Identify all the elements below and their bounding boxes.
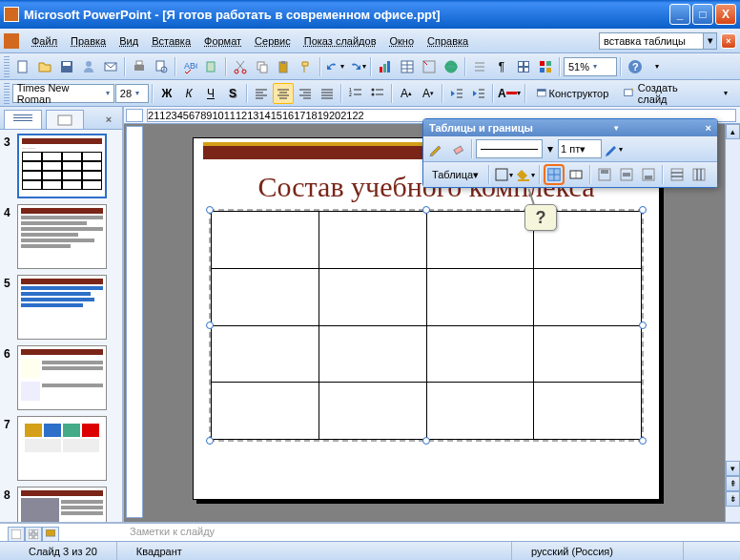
toolbar-options[interactable]: ▾ — [647, 56, 668, 77]
font-combo[interactable]: Times New Roman▾ — [12, 84, 114, 103]
bullets-button[interactable] — [367, 83, 388, 104]
scroll-down-button[interactable]: ▾ — [726, 461, 740, 476]
thumbnail-4[interactable]: 4 — [4, 204, 118, 269]
merge-cells-button[interactable] — [544, 164, 565, 185]
pane-close-button[interactable]: × — [99, 110, 118, 129]
border-style-combo[interactable] — [476, 139, 543, 158]
decrease-font-button[interactable]: A▾ — [418, 83, 439, 104]
menu-window[interactable]: Окно — [383, 32, 421, 50]
menu-file[interactable]: Файл — [25, 32, 64, 50]
menu-help[interactable]: Справка — [421, 32, 475, 50]
thumbnail-7[interactable]: 7 — [4, 416, 118, 481]
slide-table[interactable] — [211, 211, 642, 440]
insert-hyperlink-button[interactable] — [441, 56, 462, 77]
tables-borders-toolbar[interactable]: Таблицы и границы ▼ × ▾ 1 пт▾ ▾ Таблица … — [422, 118, 718, 188]
help-button[interactable]: ? — [625, 56, 646, 77]
increase-font-button[interactable]: A▴ — [396, 83, 417, 104]
email-button[interactable] — [100, 56, 121, 77]
vertical-scrollbar[interactable]: ▴ ▾ ⇞ ⇟ — [725, 124, 740, 522]
tables-borders-button[interactable] — [419, 56, 440, 77]
fill-color-button[interactable]: ▾ — [515, 164, 536, 185]
thumbnail-5[interactable]: 5 — [4, 275, 118, 340]
underline-button[interactable]: Ч — [200, 83, 221, 104]
thumbnail-3[interactable]: 3············· — [4, 134, 118, 198]
maximize-button[interactable]: □ — [692, 4, 713, 25]
italic-button[interactable]: К — [178, 83, 199, 104]
border-style-dropdown[interactable]: ▾ — [544, 138, 557, 159]
draw-table-button[interactable] — [425, 138, 446, 159]
design-button[interactable]: Конструктор — [529, 83, 615, 104]
distribute-cols-button[interactable] — [689, 164, 709, 185]
permission-button[interactable] — [78, 56, 99, 77]
decrease-indent-button[interactable] — [446, 83, 467, 104]
floatbar-close-button[interactable]: × — [706, 122, 711, 134]
help-search-dropdown[interactable]: ▾ — [704, 32, 717, 50]
menu-format[interactable]: Формат — [197, 32, 248, 50]
toolbar-options[interactable]: ▾ — [715, 83, 736, 104]
expand-all-button[interactable] — [469, 56, 490, 77]
align-left-button[interactable] — [251, 83, 272, 104]
help-search-box[interactable] — [599, 32, 704, 50]
numbering-button[interactable]: 12 — [345, 83, 366, 104]
paste-button[interactable] — [274, 56, 295, 77]
menu-tools[interactable]: Сервис — [248, 32, 298, 50]
menu-slideshow[interactable]: Показ слайдов — [298, 32, 383, 50]
toolbar-grip[interactable] — [4, 56, 10, 77]
eraser-button[interactable] — [447, 138, 468, 159]
show-formatting-button[interactable]: ¶ — [491, 56, 512, 77]
undo-button[interactable]: ▾ — [324, 56, 345, 77]
format-painter-button[interactable] — [296, 56, 317, 77]
shadow-button[interactable]: S — [222, 83, 243, 104]
toolbar-grip[interactable] — [4, 83, 10, 104]
border-width-combo[interactable]: 1 пт▾ — [558, 139, 602, 158]
close-button[interactable]: X — [715, 4, 736, 25]
spelling-button[interactable]: ABC — [179, 56, 200, 77]
save-button[interactable] — [56, 56, 77, 77]
thumbnail-6[interactable]: 6 — [4, 345, 118, 410]
floatbar-header[interactable]: Таблицы и границы ▼ × — [423, 119, 717, 136]
table-menu-button[interactable]: Таблица ▾ — [425, 164, 485, 185]
floatbar-options[interactable]: ▼ — [612, 124, 620, 133]
align-right-button[interactable] — [295, 83, 316, 104]
thumbnail-8[interactable]: 8 — [4, 487, 118, 522]
outside-borders-button[interactable]: ▾ — [493, 164, 514, 185]
cut-button[interactable] — [230, 56, 251, 77]
outline-tab[interactable] — [4, 110, 42, 129]
new-slide-button[interactable]: Создать слайд — [616, 83, 714, 104]
doc-close-button[interactable]: × — [721, 33, 736, 49]
split-cell-button[interactable] — [565, 164, 586, 185]
research-button[interactable] — [201, 56, 222, 77]
increase-indent-button[interactable] — [468, 83, 489, 104]
insert-chart-button[interactable] — [375, 56, 396, 77]
minimize-button[interactable]: _ — [669, 4, 690, 25]
copy-button[interactable] — [252, 56, 273, 77]
font-color-button[interactable]: A▾ — [497, 83, 522, 104]
insert-table-button[interactable] — [397, 56, 418, 77]
next-slide-button[interactable]: ⇟ — [726, 491, 740, 507]
color-button[interactable] — [535, 56, 556, 77]
prev-slide-button[interactable]: ⇞ — [726, 476, 740, 491]
scroll-up-button[interactable]: ▴ — [726, 124, 740, 139]
notes-pane[interactable]: Заметки к слайду — [0, 522, 740, 541]
align-center-button[interactable] — [273, 83, 294, 104]
font-size-combo[interactable]: 28▾ — [115, 84, 149, 103]
align-middle-button[interactable] — [616, 164, 637, 185]
distributed-button[interactable] — [317, 83, 338, 104]
align-top-button[interactable] — [594, 164, 615, 185]
open-button[interactable] — [34, 56, 55, 77]
new-button[interactable] — [12, 56, 33, 77]
table-frame[interactable] — [209, 209, 644, 442]
zoom-combo[interactable]: 51%▾ — [564, 57, 617, 76]
distribute-rows-button[interactable] — [667, 164, 688, 185]
bold-button[interactable]: Ж — [156, 83, 177, 104]
sorter-view-button[interactable] — [25, 527, 42, 542]
print-preview-button[interactable] — [151, 56, 172, 77]
slides-tab[interactable] — [46, 110, 84, 129]
border-color-button[interactable]: ▾ — [603, 138, 624, 159]
menu-view[interactable]: Вид — [113, 32, 145, 50]
align-bottom-button[interactable] — [638, 164, 659, 185]
slide[interactable]: Состав учебного комплекса — [193, 137, 660, 500]
slideshow-view-button[interactable] — [42, 527, 59, 542]
show-grid-button[interactable] — [513, 56, 534, 77]
menu-insert[interactable]: Вставка — [145, 32, 197, 50]
